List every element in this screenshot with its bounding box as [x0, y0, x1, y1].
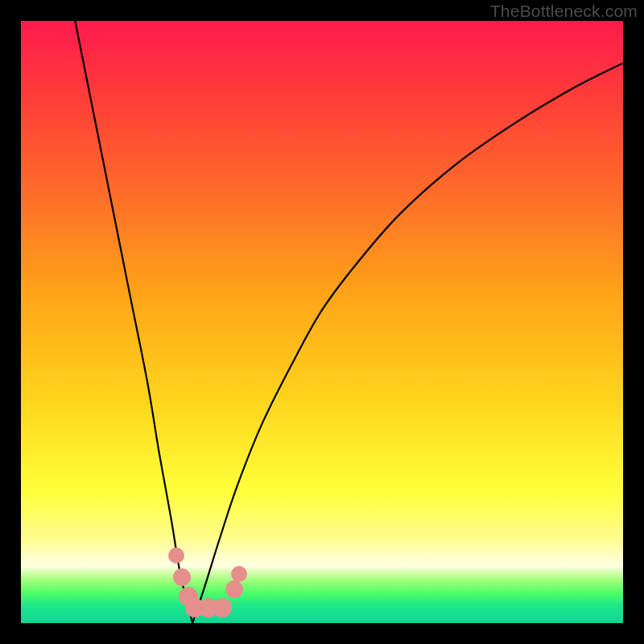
plot-svg — [21, 21, 623, 623]
highlight-marker — [213, 598, 232, 617]
highlight-marker — [173, 568, 191, 586]
plot-area — [21, 21, 623, 623]
highlight-marker — [168, 547, 184, 564]
outer-frame: TheBottleneck.com — [0, 0, 644, 644]
highlight-marker — [225, 580, 243, 598]
highlight-marker — [231, 566, 247, 582]
watermark-text: TheBottleneck.com — [490, 2, 638, 21]
